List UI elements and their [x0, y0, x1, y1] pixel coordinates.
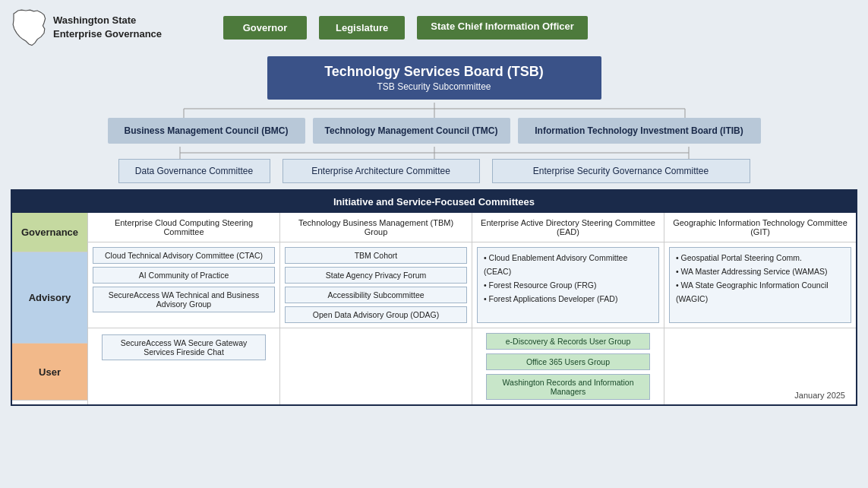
governance-row: Enterprise Cloud Computing Steering Comm…	[88, 213, 856, 242]
geospatial-item: Geospatial Portal Steering Comm.	[676, 252, 844, 265]
advisory-col-3: Cloud Enablement Advisory Committee (CEA…	[472, 242, 664, 328]
governance-label: Governance	[12, 213, 87, 252]
tsb-title: Technology Services Board (TSB)	[313, 64, 556, 80]
geo-advisory-list: Geospatial Portal Steering Comm. WA Mast…	[669, 247, 851, 323]
ceac-item: Cloud Enablement Advisory Committee (CEA…	[484, 252, 652, 279]
advisory-row: Cloud Technical Advisory Committee (CTAC…	[88, 242, 856, 328]
initiative-body: Governance Advisory User Enterprise Clou…	[12, 213, 856, 404]
user-row: SecureAccess WA Secure Gateway Services …	[88, 328, 856, 404]
fad-item: Forest Applications Developer (FAD)	[484, 293, 652, 306]
enterprise-security-committee: Enterprise Security Governance Committee	[492, 159, 750, 183]
cloud-advisory-list: Cloud Enablement Advisory Committee (CEA…	[477, 247, 659, 323]
advisory-col-1: Cloud Technical Advisory Committee (CTAC…	[88, 242, 280, 328]
gov-cell-4: Geographic Information Technology Commit…	[664, 213, 856, 242]
tmc-box: Technology Management Council (TMC)	[313, 118, 510, 144]
header: Washington State Enterprise Governance G…	[11, 8, 857, 47]
ai-cop-box: AI Community of Practice	[93, 267, 275, 284]
initiative-section: Initiative and Service-Focused Committee…	[11, 189, 857, 406]
advisory-col-4: Geospatial Portal Steering Comm. WA Mast…	[664, 242, 856, 328]
user-col-1: SecureAccess WA Secure Gateway Services …	[88, 328, 280, 404]
accessibility-box: Accessibility Subcommittee	[285, 287, 467, 303]
footer-date: January 2025	[794, 388, 851, 401]
logo-text: Washington State Enterprise Governance	[53, 14, 162, 41]
connector-tsb-councils	[11, 103, 857, 118]
page: Washington State Enterprise Governance G…	[0, 0, 868, 414]
secureaccess-adv-box: SecureAccess WA Technical and Business A…	[93, 287, 275, 312]
wa-state-icon	[11, 8, 47, 47]
itib-box: Information Technology Investment Board …	[518, 118, 761, 144]
tbm-cohort-box: TBM Cohort	[285, 247, 467, 264]
enterprise-arch-committee: Enterprise Architecture Committee	[282, 159, 480, 183]
user-col-2	[280, 328, 472, 404]
label-column: Governance Advisory User	[12, 213, 88, 404]
state-privacy-box: State Agency Privacy Forum	[285, 267, 467, 284]
odag-box: Open Data Advisory Group (ODAG)	[285, 306, 467, 323]
gov-cell-3: Enterprise Active Directory Steering Com…	[472, 213, 664, 242]
connector-councils-committees	[11, 147, 857, 159]
user-label: User	[12, 344, 87, 401]
legislature-button[interactable]: Legislature	[319, 16, 405, 40]
tsb-row: Technology Services Board (TSB) TSB Secu…	[11, 56, 857, 100]
header-buttons: Governor Legislature State Chief Informa…	[223, 16, 588, 40]
data-gov-committee: Data Governance Committee	[118, 159, 270, 183]
bmc-box: Business Management Council (BMC)	[108, 118, 305, 144]
ctac-box: Cloud Technical Advisory Committee (CTAC…	[93, 247, 275, 264]
user-col-3: e-Discovery & Records User Group Office …	[472, 328, 664, 404]
advisory-col-2: TBM Cohort State Agency Privacy Forum Ac…	[280, 242, 472, 328]
content-wrapper: Enterprise Cloud Computing Steering Comm…	[88, 213, 856, 404]
secureaccess-fireside-box: SecureAccess WA Secure Gateway Services …	[102, 334, 266, 360]
wamas-item: WA Master Addressing Service (WAMAS)	[676, 265, 844, 279]
governor-button[interactable]: Governor	[223, 16, 307, 40]
ediscovery-box: e-Discovery & Records User Group	[486, 333, 650, 350]
initiative-header: Initiative and Service-Focused Committee…	[12, 191, 856, 213]
office365-box: Office 365 Users Group	[486, 353, 650, 370]
committees-row: Data Governance Committee Enterprise Arc…	[11, 159, 857, 183]
tsb-box: Technology Services Board (TSB) TSB Secu…	[267, 56, 601, 100]
user-col-4: January 2025	[664, 328, 856, 404]
wa-records-box: Washington Records and Information Manag…	[486, 374, 650, 400]
frg-item: Forest Resource Group (FRG)	[484, 279, 652, 293]
advisory-label: Advisory	[12, 252, 87, 344]
wagic-item: WA State Geographic Information Council …	[676, 279, 844, 306]
councils-row: Business Management Council (BMC) Techno…	[11, 118, 857, 144]
gov-cell-2: Technology Business Management (TBM) Gro…	[280, 213, 472, 242]
logo-area: Washington State Enterprise Governance	[11, 8, 163, 47]
tsb-subtitle: TSB Security Subcommittee	[313, 81, 556, 92]
cio-button[interactable]: State Chief Information Officer	[417, 16, 588, 40]
gov-cell-1: Enterprise Cloud Computing Steering Comm…	[88, 213, 280, 242]
